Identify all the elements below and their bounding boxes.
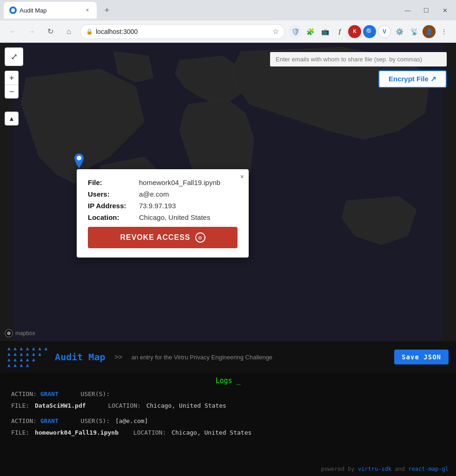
popup-ip-row: IP Address: 73.9.97.193 bbox=[88, 202, 238, 210]
ext2-icon[interactable]: 📺 bbox=[318, 25, 331, 38]
logs-section: Logs _ ACTION: GRANT USER(S): FILE: Data… bbox=[0, 373, 456, 462]
log-entry-1-file: FILE: DataSciHW1.pdf LOCATION: Chicago, … bbox=[0, 400, 456, 412]
email-input[interactable] bbox=[270, 52, 447, 66]
log2-location-value: Chicago, United States bbox=[172, 429, 251, 436]
browser-titlebar: Audit Map × + — ☐ ✕ bbox=[0, 0, 456, 20]
popup-file-value: homework04_Fall19.ipynb bbox=[139, 178, 220, 186]
popup-location-value: Chicago, United States bbox=[139, 213, 210, 221]
log2-action-value: GRANT bbox=[40, 417, 59, 424]
bottom-header: ▲ ▲ ▲ ▲ ▲ ▲ ▲ ▲ ▲ ▲ ▲ ▲ ▲ ▲ ▲ ▲ ▲ ▲ ▲ ▲ … bbox=[0, 341, 456, 373]
logs-title: Logs _ bbox=[0, 377, 456, 385]
refresh-btn[interactable]: ↻ bbox=[43, 24, 58, 39]
revoke-icon: ⊙ bbox=[195, 232, 205, 243]
mapbox-logo: mapbox bbox=[5, 329, 35, 337]
map-expand-btn[interactable]: ⤢ bbox=[5, 47, 23, 66]
ext4-icon[interactable]: K bbox=[348, 25, 361, 38]
browser-controls-bar: ← → ↻ ⌂ 🔒 localhost:3000 ☆ 🛡️ 🧩 📺 f K 🔍 … bbox=[0, 20, 456, 43]
mapbox-circle-icon bbox=[5, 329, 13, 337]
log2-file-value: homework04_Fall19.ipynb bbox=[35, 429, 119, 436]
zoom-in-btn[interactable]: + bbox=[5, 71, 19, 85]
cast-icon[interactable]: 📡 bbox=[408, 25, 421, 38]
virtru-sdk-link[interactable]: virtru-sdk bbox=[358, 466, 391, 472]
address-bar[interactable]: 🔒 localhost:3000 ☆ bbox=[80, 24, 285, 39]
audit-map-label: Audit Map bbox=[55, 351, 105, 363]
popup-location-row: Location: Chicago, United States bbox=[88, 213, 238, 221]
zoom-out-btn[interactable]: − bbox=[5, 85, 19, 99]
audit-logo: ▲ ▲ ▲ ▲ ▲ ▲ ▲ ▲ ▲ ▲ ▲ ▲ ▲ ▲ ▲ ▲ ▲ ▲ ▲ ▲ … bbox=[7, 346, 47, 368]
react-map-gl-link[interactable]: react-map-gl bbox=[408, 466, 449, 472]
audit-ascii-art: ▲ ▲ ▲ ▲ ▲ ▲ ▲ ▲ ▲ ▲ ▲ ▲ ▲ ▲ ▲ ▲ ▲ ▲ ▲ ▲ … bbox=[7, 346, 47, 368]
lock-icon: 🔒 bbox=[86, 28, 93, 35]
save-json-btn[interactable]: Save JSON bbox=[394, 350, 449, 364]
browser-frame: Audit Map × + — ☐ ✕ ← → ↻ ⌂ 🔒 localhost:… bbox=[0, 0, 456, 476]
new-tab-btn[interactable]: + bbox=[100, 4, 113, 17]
url-display: localhost:3000 bbox=[96, 28, 270, 35]
popup-users-value: a@e.com bbox=[139, 190, 169, 198]
footer-text: powered by virtru-sdk and react-map-gl bbox=[0, 462, 456, 476]
toolbar-icons: 🛡️ 🧩 📺 f K 🔍 V ⚙️ 📡 👤 ⋮ bbox=[289, 25, 450, 38]
svg-point-0 bbox=[11, 8, 15, 12]
log1-file-value: DataSciHW1.pdf bbox=[35, 402, 86, 409]
popup-card: × File: homework04_Fall19.ipynb Users: a… bbox=[77, 169, 249, 258]
bottom-panel: ▲ ▲ ▲ ▲ ▲ ▲ ▲ ▲ ▲ ▲ ▲ ▲ ▲ ▲ ▲ ▲ ▲ ▲ ▲ ▲ … bbox=[0, 341, 456, 476]
log-entry-1-action: ACTION: GRANT USER(S): bbox=[0, 389, 456, 400]
popup-ip-value: 73.9.97.193 bbox=[139, 202, 176, 210]
back-btn: ← bbox=[6, 24, 20, 39]
ext1-icon[interactable]: 🧩 bbox=[304, 25, 317, 38]
log2-file-label: FILE: bbox=[11, 429, 29, 436]
map-north-btn[interactable]: ▲ bbox=[5, 112, 19, 126]
ext6-icon[interactable]: V bbox=[378, 25, 391, 38]
popup-file-row: File: homework04_Fall19.ipynb bbox=[88, 178, 238, 186]
encrypt-file-btn[interactable]: Encrypt File ↗ bbox=[378, 70, 447, 88]
challenge-text: an entry for the Virtru Privacy Engineer… bbox=[132, 354, 387, 361]
log1-action-label: ACTION: bbox=[11, 390, 37, 397]
revoke-access-btn[interactable]: REVOKE ACCESS ⊙ bbox=[88, 227, 238, 248]
footer-powered-by: powered by bbox=[321, 466, 357, 472]
footer-and: and bbox=[395, 466, 408, 472]
github-icon[interactable]: ⚙️ bbox=[393, 25, 406, 38]
chevron-right-icon: >> bbox=[114, 353, 122, 361]
popup-file-label: File: bbox=[88, 178, 139, 186]
log2-action-label: ACTION: bbox=[11, 417, 37, 424]
tab-favicon bbox=[9, 7, 17, 14]
map-top-right: Encrypt File ↗ bbox=[270, 52, 447, 88]
log2-users-value: [a@e.com] bbox=[115, 417, 148, 424]
log1-file-label: FILE: bbox=[11, 402, 29, 409]
mapbox-circle-inner bbox=[7, 331, 11, 335]
map-zoom-controls: + − bbox=[5, 71, 19, 99]
popup-location-label: Location: bbox=[88, 213, 139, 221]
log-entry-2-action: ACTION: GRANT USER(S): [a@e.com] bbox=[0, 416, 456, 427]
mapbox-text: mapbox bbox=[15, 330, 35, 337]
home-btn[interactable]: ⌂ bbox=[61, 24, 76, 39]
popup-users-row: Users: a@e.com bbox=[88, 190, 238, 198]
log2-users-label: USER(S): bbox=[81, 417, 110, 424]
star-icon[interactable]: ☆ bbox=[272, 27, 279, 36]
popup-users-label: Users: bbox=[88, 190, 139, 198]
log-entry-2-file: FILE: homework04_Fall19.ipynb LOCATION: … bbox=[0, 427, 456, 439]
log1-location-label: LOCATION: bbox=[108, 402, 140, 409]
log1-action-value: GRANT bbox=[40, 390, 59, 397]
log1-users-label: USER(S): bbox=[81, 390, 110, 397]
revoke-access-label: REVOKE ACCESS bbox=[120, 233, 190, 242]
tab-close-btn[interactable]: × bbox=[84, 7, 91, 14]
forward-btn: → bbox=[24, 24, 39, 39]
log2-location-label: LOCATION: bbox=[133, 429, 166, 436]
map-pin[interactable] bbox=[74, 153, 84, 170]
close-btn[interactable]: ✕ bbox=[437, 3, 452, 18]
ext3-icon[interactable]: f bbox=[333, 25, 346, 38]
popup-ip-label: IP Address: bbox=[88, 202, 139, 210]
maximize-btn[interactable]: ☐ bbox=[419, 3, 434, 18]
browser-tab: Audit Map × bbox=[4, 2, 97, 19]
menu-icon[interactable]: ⋮ bbox=[437, 25, 450, 38]
svg-point-2 bbox=[77, 156, 81, 160]
minimize-btn[interactable]: — bbox=[400, 3, 415, 18]
ext5-icon[interactable]: 🔍 bbox=[363, 25, 376, 38]
mapbox-attribution: mapbox bbox=[5, 329, 35, 337]
popup-close-btn[interactable]: × bbox=[240, 173, 244, 180]
log1-location-value: Chicago, United States bbox=[146, 402, 226, 409]
map-container: ⤢ + − ▲ Encrypt File ↗ × File: homework0… bbox=[0, 43, 456, 341]
shield-icon[interactable]: 🛡️ bbox=[289, 25, 302, 38]
avatar-icon[interactable]: 👤 bbox=[423, 25, 436, 38]
tab-title: Audit Map bbox=[20, 7, 81, 14]
